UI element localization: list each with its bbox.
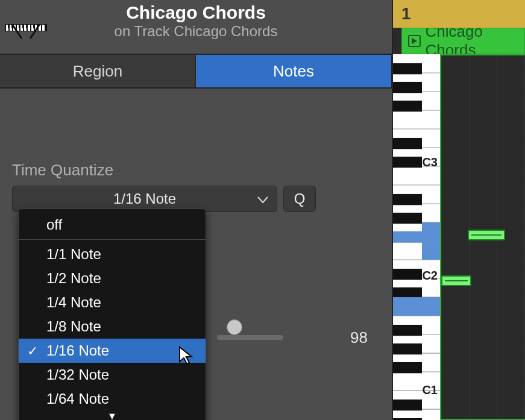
time-quantize-label: Time Quantize [12,161,380,180]
region-name: Chicago Chords [426,28,518,54]
menu-item-1-64[interactable]: 1/64 Note [19,387,206,411]
menu-item-off[interactable]: off [19,213,206,237]
midi-note[interactable] [468,230,505,240]
slider-thumb[interactable] [227,319,242,335]
play-icon [408,35,421,47]
svg-rect-44 [393,63,422,74]
svg-rect-57 [393,400,422,410]
svg-rect-56 [393,362,422,373]
keyboard-label-c3: C3 [422,155,438,169]
inspector-tabs: Region Notes [0,55,392,89]
chevron-down-icon [257,190,268,207]
bar-number: 1 [401,4,411,24]
menu-item-1-4[interactable]: 1/4 Note [19,290,206,315]
tab-notes[interactable]: Notes [196,55,392,89]
piano-roll: 1 Chicago Chords [393,0,525,420]
timeline-ruler[interactable]: 1 [393,0,525,28]
svg-rect-60 [422,222,440,241]
svg-rect-14 [19,25,20,28]
slider-track[interactable] [217,335,283,340]
slider-value: 98 [350,328,368,347]
check-icon: ✓ [27,343,38,359]
menu-divider [19,239,206,240]
tab-region[interactable]: Region [0,55,196,89]
svg-rect-63 [393,297,440,316]
svg-rect-15 [22,25,24,28]
region-header[interactable]: Chicago Chords [401,28,525,54]
track-instrument-icon [5,4,47,40]
keyboard-label-c1: C1 [422,383,438,397]
svg-rect-11 [42,25,45,31]
midi-note[interactable] [441,275,471,286]
menu-item-1-16[interactable]: ✓ 1/16 Note [19,339,206,363]
svg-rect-47 [393,138,422,149]
svg-rect-17 [33,25,34,28]
menu-more-indicator[interactable]: ▼ [19,411,206,420]
menu-item-1-8[interactable]: 1/8 Note [19,315,206,339]
svg-rect-50 [393,213,422,224]
svg-rect-52 [393,269,422,280]
region-title: Chicago Chords [0,0,392,23]
svg-rect-53 [393,287,422,298]
svg-rect-49 [393,194,422,205]
svg-rect-61 [393,231,422,242]
menu-item-1-1[interactable]: 1/1 Note [19,242,206,266]
svg-rect-62 [422,241,440,260]
svg-rect-55 [393,343,422,354]
menu-item-1-32[interactable]: 1/32 Note [19,363,206,387]
svg-rect-54 [393,325,422,336]
time-quantize-menu: off 1/1 Note 1/2 Note 1/4 Note 1/8 Note … [18,208,206,420]
region-subtitle: on Track Chicago Chords [0,23,392,40]
svg-rect-16 [26,25,27,28]
piano-keyboard[interactable]: C3 C2 C1 [393,54,440,420]
menu-item-label: 1/16 Note [46,342,109,359]
quantize-apply-button[interactable]: Q [283,186,316,212]
inspector-header: Chicago Chords on Track Chicago Chords [0,0,392,55]
time-quantize-value: 1/16 Note [113,190,176,207]
svg-rect-45 [393,82,422,93]
note-grid[interactable] [440,54,525,420]
inspector-panel: Chicago Chords on Track Chicago Chords R… [0,0,393,420]
svg-rect-12 [8,25,9,28]
menu-item-1-2[interactable]: 1/2 Note [19,266,206,290]
keyboard-label-c2: C2 [422,269,438,283]
svg-rect-7 [28,25,30,31]
svg-rect-48 [393,157,422,168]
svg-rect-46 [393,101,422,111]
